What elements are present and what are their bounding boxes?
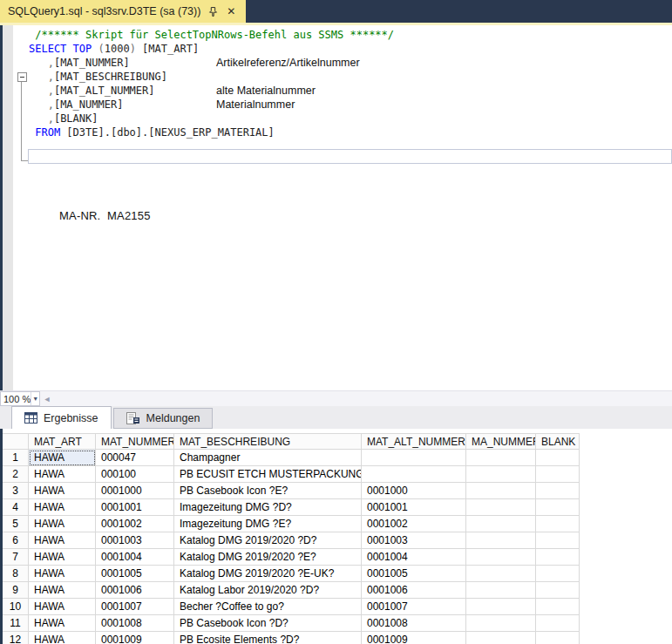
grid-cell[interactable]: 0001004 [362, 549, 466, 566]
row-header[interactable]: 9 [3, 582, 29, 599]
grid-cell[interactable] [536, 549, 580, 566]
grid-cell[interactable] [466, 466, 536, 483]
grid-cell[interactable]: PB Casebook Icon ?D? [174, 615, 362, 632]
grid-cell[interactable]: HAWA [29, 566, 96, 582]
grid-cell[interactable] [466, 632, 536, 644]
scrollbar-track[interactable] [54, 391, 672, 406]
grid-cell[interactable]: 0001000 [96, 483, 174, 499]
grid-cell[interactable]: HAWA [29, 466, 96, 483]
grid-cell[interactable]: 0001000 [362, 483, 466, 499]
grid-cell[interactable]: 000047 [96, 450, 174, 466]
grid-cell[interactable]: 0001009 [96, 632, 174, 644]
row-header[interactable]: 10 [3, 599, 29, 615]
grid-cell[interactable]: 0001001 [362, 499, 466, 516]
editor-zoom-control[interactable]: 100 % ▼ [0, 391, 40, 406]
grid-cell[interactable]: HAWA [29, 549, 96, 566]
grid-cell[interactable]: Katalog Labor 2019/2020 ?D? [174, 582, 362, 599]
column-header-mat_art[interactable]: MAT_ART [29, 433, 96, 450]
grid-cell[interactable] [536, 466, 580, 483]
column-header-blank[interactable]: BLANK [536, 433, 580, 450]
grid-cell[interactable] [466, 450, 536, 466]
grid-cell[interactable]: 0001002 [362, 516, 466, 532]
grid-cell[interactable]: HAWA [29, 599, 96, 615]
row-header[interactable]: 2 [3, 466, 29, 483]
column-header-mat_beschreibung[interactable]: MAT_BESCHREIBUNG [174, 433, 362, 450]
grid-cell[interactable] [536, 566, 580, 582]
code-collapse-toggle-icon[interactable] [17, 72, 27, 82]
row-header[interactable]: 12 [3, 632, 29, 644]
grid-cell[interactable]: HAWA [29, 582, 96, 599]
grid-cell[interactable]: 0001006 [362, 582, 466, 599]
row-header[interactable]: 3 [3, 483, 29, 499]
row-header[interactable]: 6 [3, 532, 29, 549]
grid-cell[interactable]: Katalog DMG 2019/2020 ?E? [174, 549, 362, 566]
grid-cell[interactable]: 0001007 [362, 599, 466, 615]
grid-cell[interactable] [536, 516, 580, 532]
grid-cell[interactable]: 0001006 [96, 582, 174, 599]
row-header[interactable]: 8 [3, 566, 29, 582]
grid-cell[interactable]: HAWA [29, 632, 96, 644]
grid-cell[interactable]: PB ECUSIT ETCH MUSTERPACKUNG [174, 466, 362, 483]
grid-cell[interactable]: HAWA [29, 450, 96, 466]
row-header[interactable]: 5 [3, 516, 29, 532]
grid-cell[interactable]: HAWA [29, 483, 96, 499]
grid-cell[interactable] [466, 566, 536, 582]
grid-cell[interactable]: Champagner [174, 450, 362, 466]
grid-cell[interactable] [536, 599, 580, 615]
grid-cell[interactable] [466, 549, 536, 566]
close-icon[interactable]: ✕ [225, 5, 237, 17]
grid-cell[interactable]: HAWA [29, 532, 96, 549]
editor-horizontal-scrollbar[interactable]: ◄ [40, 391, 672, 406]
chevron-down-icon[interactable]: ▼ [31, 392, 39, 405]
tab-meldungen[interactable]: Meldungen [113, 408, 214, 429]
grid-cell[interactable]: Katalog DMG 2019/2020 ?E-UK? [174, 566, 362, 582]
grid-cell[interactable] [466, 582, 536, 599]
grid-cell[interactable]: HAWA [29, 499, 96, 516]
grid-cell[interactable]: 0001007 [96, 599, 174, 615]
grid-cell[interactable]: 0001008 [362, 615, 466, 632]
grid-cell[interactable]: 0001009 [362, 632, 466, 644]
grid-cell[interactable]: HAWA [29, 615, 96, 632]
grid-cell[interactable] [362, 466, 466, 483]
grid-cell[interactable]: PB Ecosite Elements ?D? [174, 632, 362, 644]
grid-cell[interactable]: 0001004 [96, 549, 174, 566]
grid-cell[interactable] [536, 499, 580, 516]
grid-cell[interactable]: 0001003 [96, 532, 174, 549]
pin-icon[interactable] [207, 5, 219, 17]
grid-cell[interactable] [536, 615, 580, 632]
grid-cell[interactable]: 0001008 [96, 615, 174, 632]
grid-cell[interactable]: 000100 [96, 466, 174, 483]
sql-editor[interactable]: /****** Skript für SelectTopNRows-Befehl… [0, 25, 672, 390]
grid-cell[interactable]: Imagezeitung DMG ?D? [174, 499, 362, 516]
grid-cell[interactable]: 0001003 [362, 532, 466, 549]
grid-cell[interactable] [536, 450, 580, 466]
grid-cell[interactable] [362, 450, 466, 466]
row-header[interactable]: 1 [3, 450, 29, 466]
grid-cell[interactable]: 0001005 [362, 566, 466, 582]
grid-cell[interactable]: 0001002 [96, 516, 174, 532]
grid-cell[interactable] [536, 532, 580, 549]
grid-cell[interactable]: Katalog DMG 2019/2020 ?D? [174, 532, 362, 549]
tab-ergebnisse[interactable]: Ergebnisse [11, 406, 112, 429]
grid-cell[interactable] [466, 615, 536, 632]
column-header-ma_nummer[interactable]: MA_NUMMER [466, 433, 536, 450]
grid-cell[interactable] [466, 532, 536, 549]
grid-cell[interactable]: 0001001 [96, 499, 174, 516]
grid-cell[interactable] [536, 582, 580, 599]
document-tab[interactable]: SQLQuery1.sql - sql3srv.D3TE (sa (73)) ✕ [0, 0, 246, 23]
grid-cell[interactable]: 0001005 [96, 566, 174, 582]
row-header[interactable]: 11 [3, 615, 29, 632]
grid-cell[interactable] [466, 483, 536, 499]
column-header-mat_alt_nummer[interactable]: MAT_ALT_NUMMER [362, 433, 466, 450]
column-header-mat_nummer[interactable]: MAT_NUMMER [96, 433, 174, 450]
grid-cell[interactable] [466, 516, 536, 532]
grid-corner-cell[interactable] [3, 433, 29, 450]
grid-cell[interactable] [466, 499, 536, 516]
grid-cell[interactable] [536, 632, 580, 644]
scroll-left-icon[interactable]: ◄ [40, 391, 54, 406]
grid-cell[interactable] [466, 599, 536, 615]
grid-cell[interactable] [536, 483, 580, 499]
grid-cell[interactable]: Imagezeitung DMG ?E? [174, 516, 362, 532]
grid-cell[interactable]: Becher ?Coffee to go? [174, 599, 362, 615]
grid-cell[interactable]: PB Casebook Icon ?E? [174, 483, 362, 499]
